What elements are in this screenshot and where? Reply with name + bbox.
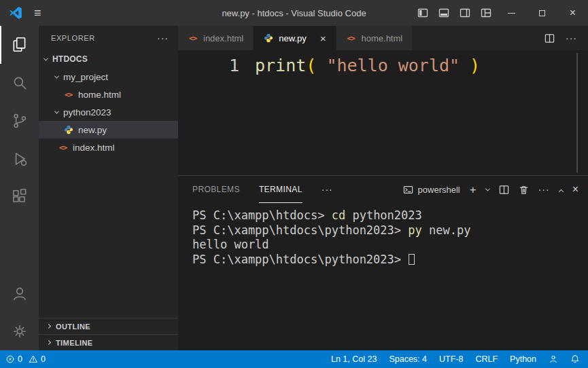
run-debug-icon[interactable]: [0, 140, 39, 178]
outline-section[interactable]: OUTLINE: [39, 318, 178, 334]
terminal-prompt: PS C:\xampp\htdocs\python2023>: [192, 253, 408, 266]
tab-label: new.py: [279, 33, 306, 43]
tab-problems[interactable]: PROBLEMS: [192, 176, 240, 203]
toggle-primary-sidebar-icon[interactable]: [412, 0, 433, 26]
minimize-icon: [508, 13, 515, 14]
token-paren-close: ): [460, 56, 480, 75]
tree-label: index.html: [73, 143, 115, 153]
terminal-args: new.py: [422, 223, 471, 237]
problems-status[interactable]: 0 0: [5, 354, 46, 364]
indentation-status[interactable]: Spaces: 4: [389, 354, 427, 364]
terminal-command: py: [408, 223, 421, 237]
tab-label: index.html: [203, 33, 243, 43]
tree-label: python2023: [63, 107, 111, 117]
tree-item-python2023[interactable]: python2023: [39, 103, 178, 121]
eol-status[interactable]: CRLF: [475, 354, 498, 364]
settings-gear-icon[interactable]: [0, 312, 39, 350]
close-tab-icon[interactable]: ×: [320, 33, 326, 43]
section-label: OUTLINE: [56, 323, 90, 331]
extensions-icon[interactable]: [0, 178, 39, 216]
bottom-panel: PROBLEMS TERMINAL ··· powershell +: [178, 175, 588, 350]
tree-item-index-html[interactable]: <> index.html: [39, 139, 178, 156]
source-control-icon[interactable]: [0, 102, 39, 140]
panel-tabs-more-icon[interactable]: ···: [322, 184, 333, 195]
terminal-prompt: PS C:\xampp\htdocs\python2023>: [192, 223, 408, 237]
language-mode-status[interactable]: Python: [510, 354, 536, 364]
shell-name: powershell: [418, 185, 460, 195]
maximize-button[interactable]: [527, 0, 557, 26]
tab-index-html[interactable]: <> index.html: [178, 26, 254, 50]
terminal-cursor: [409, 254, 415, 265]
tab-terminal[interactable]: TERMINAL: [259, 176, 302, 203]
minimize-button[interactable]: [496, 0, 527, 26]
python-file-icon: [63, 125, 73, 135]
editor-scrollbar[interactable]: [576, 53, 578, 172]
error-icon: [5, 354, 15, 364]
terminal-line: PS C:\xampp\htdocs\python2023>: [192, 253, 588, 268]
status-bar: 0 0 Ln 1, Col 23 Spaces: 4 UTF-8 CRLF Py…: [0, 350, 588, 368]
chevron-down-icon: [54, 109, 59, 113]
terminal-output[interactable]: PS C:\xampp\htdocs> cd python2023 PS C:\…: [178, 203, 588, 267]
chevron-down-icon: [54, 73, 59, 78]
shell-selector[interactable]: powershell: [403, 185, 460, 195]
toggle-panel-icon[interactable]: [433, 0, 454, 26]
html-file-icon: <>: [188, 33, 198, 43]
warning-count: 0: [41, 354, 46, 364]
title-bar: ≡ new.py - htdocs - Visual Studio Code ×: [0, 0, 588, 26]
html-file-icon: <>: [63, 90, 73, 100]
timeline-section[interactable]: TIMELINE: [39, 334, 178, 350]
tab-new-py[interactable]: new.py ×: [254, 26, 336, 50]
explorer-more-actions-icon[interactable]: ···: [157, 33, 169, 43]
toggle-secondary-sidebar-icon[interactable]: [454, 0, 475, 26]
editor-more-actions-icon[interactable]: ···: [566, 33, 577, 43]
customize-layout-icon[interactable]: [475, 0, 496, 26]
vscode-logo-icon: [9, 6, 22, 20]
maximize-icon: [539, 10, 545, 16]
code-line: print( "hello world" ): [239, 50, 480, 175]
feedback-person-icon[interactable]: [549, 354, 558, 364]
explorer-title: EXPLORER: [51, 34, 95, 42]
account-icon[interactable]: [0, 274, 39, 312]
line-number-gutter: 1: [178, 50, 239, 175]
explorer-icon[interactable]: [0, 26, 39, 64]
python-file-icon: [263, 33, 273, 43]
cursor-position-status[interactable]: Ln 1, Col 23: [331, 354, 377, 364]
close-panel-icon[interactable]: ×: [572, 184, 578, 195]
terminal-output-text: hello world: [192, 238, 269, 251]
chevron-down-icon[interactable]: [485, 186, 490, 191]
tab-home-html[interactable]: <> home.html: [336, 26, 413, 50]
html-file-icon: <>: [346, 33, 356, 43]
tree-item-new-py[interactable]: new.py: [39, 121, 178, 139]
close-window-button[interactable]: ×: [557, 0, 588, 26]
search-icon[interactable]: [0, 64, 39, 102]
file-tree: HTDOCS my_project <> home.html python202…: [39, 50, 178, 156]
terminal-line: PS C:\xampp\htdocs> cd python2023: [192, 208, 588, 223]
code-editor[interactable]: 1 print( "hello world" ): [178, 50, 588, 175]
activity-bar: [0, 26, 39, 350]
maximize-panel-chevron-icon[interactable]: [559, 189, 564, 194]
tree-item-htdocs[interactable]: HTDOCS: [39, 50, 178, 68]
token-string: "hello world": [326, 56, 460, 75]
kill-terminal-trash-icon[interactable]: [519, 185, 529, 195]
tree-label: my_project: [63, 72, 108, 82]
split-terminal-icon[interactable]: [499, 185, 509, 195]
tree-label: home.html: [78, 90, 121, 100]
encoding-status[interactable]: UTF-8: [439, 354, 463, 364]
line-number: 1: [229, 56, 239, 75]
explorer-sidebar: EXPLORER ··· HTDOCS my_project <> home.h…: [39, 26, 178, 350]
split-editor-icon[interactable]: [544, 33, 555, 43]
terminal-command: cd: [332, 208, 345, 222]
terminal-args: python2023: [345, 208, 422, 222]
warning-icon: [29, 354, 38, 364]
tree-label: HTDOCS: [52, 54, 88, 64]
new-terminal-icon[interactable]: +: [470, 184, 477, 196]
notifications-bell-icon[interactable]: [570, 354, 580, 364]
editor-tab-bar: <> index.html new.py × <> home.html ···: [178, 26, 588, 50]
terminal-line: hello world: [192, 238, 588, 253]
tree-item-home-html[interactable]: <> home.html: [39, 86, 178, 103]
terminal-more-actions-icon[interactable]: ···: [538, 184, 550, 195]
tree-item-my-project[interactable]: my_project: [39, 68, 178, 86]
chevron-right-icon: [46, 324, 51, 329]
menu-icon[interactable]: ≡: [34, 7, 41, 19]
chevron-right-icon: [46, 340, 51, 345]
